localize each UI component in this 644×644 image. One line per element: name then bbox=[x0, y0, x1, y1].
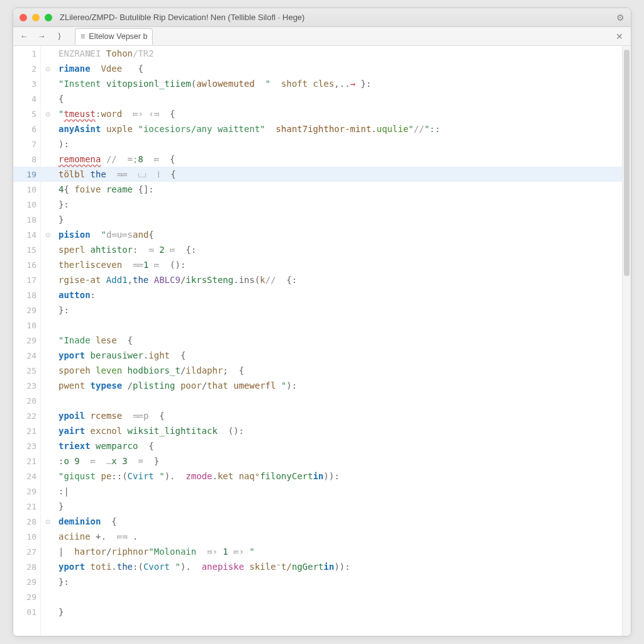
minimize-window-button[interactable] bbox=[32, 14, 40, 21]
code-line[interactable]: }: bbox=[55, 303, 622, 318]
titlebar: ZLilereo/ZMPD- Butulible Rip Devication!… bbox=[13, 8, 631, 27]
code-line[interactable]: yairt excnol wiksit_lightitack (): bbox=[55, 423, 622, 438]
settings-icon[interactable]: ⚙ bbox=[616, 13, 625, 23]
code-line[interactable]: | hartor/riphnor"Molonain ≕› 1 ≔› " bbox=[55, 544, 622, 559]
code-line[interactable]: therlisceven ≕≔1 ≔ (): bbox=[55, 257, 622, 272]
fold-gutter-cell bbox=[41, 574, 55, 589]
line-number-gutter: 1234567819101018141516171829102924252320… bbox=[13, 46, 41, 636]
code-line[interactable]: ENZRANEI Tohon/TR2 bbox=[55, 46, 622, 61]
code-content[interactable]: ◻ ENZRANEI Tohon/TR2 rimane Vdee { "Inst… bbox=[55, 46, 622, 636]
app-window: ZLilereo/ZMPD- Butulible Rip Devication!… bbox=[13, 8, 631, 636]
fold-gutter-cell bbox=[41, 121, 55, 136]
fold-gutter-cell bbox=[41, 423, 55, 438]
fold-gutter-cell bbox=[41, 378, 55, 393]
fold-gutter-cell bbox=[41, 544, 55, 559]
fold-gutter-cell bbox=[41, 408, 55, 423]
fold-gutter-cell bbox=[41, 212, 55, 227]
tab-close-button[interactable]: ✕ bbox=[613, 31, 626, 42]
code-line[interactable]: :o 9 ≔ …x 3 = } bbox=[55, 453, 622, 469]
code-line[interactable]: yport toti.the:(Cvort "). anepiske skile… bbox=[55, 559, 622, 574]
fold-gutter-cell bbox=[41, 453, 55, 469]
line-number: 24 bbox=[13, 469, 40, 484]
fold-gutter-cell bbox=[41, 333, 55, 348]
fold-gutter-cell bbox=[41, 136, 55, 152]
code-line[interactable]: "Inade lese { bbox=[55, 333, 622, 348]
fold-gutter-cell bbox=[41, 76, 55, 91]
line-number: 2 bbox=[13, 61, 40, 76]
line-number: 3 bbox=[13, 76, 40, 91]
nav-forward-button[interactable]: → bbox=[36, 31, 47, 41]
code-line[interactable]: "giqust pe::(Cvirt "). zmode.ket naqᵒfil… bbox=[55, 469, 622, 484]
code-line[interactable]: } bbox=[55, 212, 622, 227]
line-number: 5 bbox=[13, 106, 40, 121]
code-line[interactable]: rgise-at Add1,the ABLC9/ikrsSteng.ins(k/… bbox=[55, 272, 622, 287]
fold-gutter-cell bbox=[41, 303, 55, 318]
code-line[interactable]: } bbox=[55, 499, 622, 514]
fold-gutter-cell bbox=[41, 272, 55, 287]
code-line[interactable]: 4{ foive reame {]: bbox=[55, 182, 622, 197]
code-line[interactable]: aciine +. ≔≕ . bbox=[55, 529, 622, 544]
code-line[interactable]: sperl ahtistor: ≕ 2 ≔ {: bbox=[55, 242, 622, 257]
nav-back-button[interactable]: ← bbox=[18, 31, 30, 41]
code-line[interactable]: deminion { bbox=[55, 514, 622, 529]
code-line[interactable]: ): bbox=[55, 136, 622, 152]
fold-toggle-icon[interactable] bbox=[41, 106, 55, 121]
line-number: 29 bbox=[13, 333, 40, 348]
code-line[interactable]: sporeh leven hodbiors_t/ildaphr; { bbox=[55, 363, 622, 378]
fold-toggle-icon[interactable] bbox=[41, 514, 55, 529]
fold-gutter-cell bbox=[41, 363, 55, 378]
nav-more-button[interactable]: ⟩ bbox=[53, 31, 65, 41]
code-line[interactable]: "Instent vitopsionl_tiiem(awlowemuted " … bbox=[55, 76, 622, 91]
code-line[interactable]: }: bbox=[55, 574, 622, 589]
line-number: 29 bbox=[13, 484, 40, 499]
line-number: 6 bbox=[13, 121, 40, 136]
fold-gutter-cell bbox=[41, 287, 55, 303]
fold-gutter-cell bbox=[41, 197, 55, 212]
scrollbar-thumb[interactable] bbox=[624, 50, 630, 276]
line-number: 28 bbox=[13, 514, 40, 529]
code-line[interactable]: rimane Vdee { bbox=[55, 61, 622, 76]
fold-gutter-cell bbox=[41, 257, 55, 272]
code-line[interactable]: autton: bbox=[55, 287, 622, 303]
code-line[interactable]: { bbox=[55, 91, 622, 106]
code-line[interactable]: remomena // =;8 ≔ { bbox=[55, 152, 622, 167]
fold-gutter-cell bbox=[41, 91, 55, 106]
line-number: 29 bbox=[13, 589, 40, 604]
line-number: 27 bbox=[13, 544, 40, 559]
line-number: 22 bbox=[13, 408, 40, 423]
fold-gutter-cell bbox=[41, 438, 55, 453]
code-line[interactable] bbox=[55, 589, 622, 604]
line-number: 29 bbox=[13, 574, 40, 589]
vertical-scrollbar[interactable] bbox=[622, 46, 631, 636]
code-line[interactable]: pision "d≕u≔sand{ bbox=[55, 227, 622, 242]
line-number: 18 bbox=[13, 287, 40, 303]
code-line[interactable]: }: bbox=[55, 197, 622, 212]
line-number: 7 bbox=[13, 136, 40, 152]
code-line[interactable]: tölbl the ≕≔ ⌴ ⁞ { bbox=[55, 167, 622, 182]
fold-toggle-icon[interactable] bbox=[41, 227, 55, 242]
code-line[interactable]: pwent typese /plisting poor/that umewerf… bbox=[55, 378, 622, 393]
code-line[interactable]: } bbox=[55, 604, 622, 619]
close-window-button[interactable] bbox=[19, 14, 27, 21]
code-line[interactable] bbox=[55, 393, 622, 408]
line-number: 1 bbox=[13, 46, 40, 61]
line-number: 14 bbox=[13, 227, 40, 242]
editor-tab[interactable]: ≡ Eltelow Vepser b bbox=[75, 28, 153, 45]
fold-gutter-cell bbox=[41, 469, 55, 484]
code-line[interactable]: anyAsint uxple "iocesiors/any waittent" … bbox=[55, 121, 622, 136]
code-line[interactable]: :| bbox=[55, 484, 622, 499]
bookmark-icon[interactable]: ◻ bbox=[85, 48, 94, 57]
code-line[interactable]: yport berausiwer.ight { bbox=[55, 348, 622, 363]
code-line[interactable]: "tmeust:word ≔› ‹≕ { bbox=[55, 106, 622, 121]
line-number: 23 bbox=[13, 378, 40, 393]
code-line[interactable] bbox=[55, 318, 622, 333]
line-number: 10 bbox=[13, 318, 40, 333]
code-line[interactable]: ypoil rcemse ≕≔p { bbox=[55, 408, 622, 423]
line-number: 21 bbox=[13, 499, 40, 514]
code-editor[interactable]: 1234567819101018141516171829102924252320… bbox=[13, 46, 631, 636]
line-number: 23 bbox=[13, 438, 40, 453]
fold-toggle-icon[interactable] bbox=[41, 61, 55, 76]
zoom-window-button[interactable] bbox=[45, 14, 52, 21]
code-line[interactable]: triext wemparco { bbox=[55, 438, 622, 453]
line-number: 21 bbox=[13, 423, 40, 438]
